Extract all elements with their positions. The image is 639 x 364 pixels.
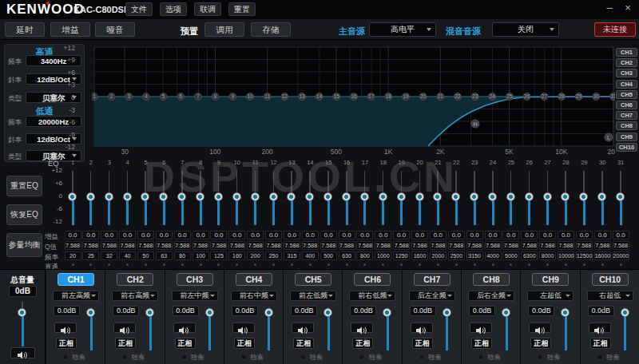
eq-point-handle[interactable]: 15 bbox=[333, 93, 340, 100]
phase-button[interactable]: 正相 bbox=[175, 338, 196, 349]
slider-knob[interactable] bbox=[287, 192, 296, 201]
eq-freq-value[interactable]: 10000 bbox=[558, 251, 574, 260]
eq-point-handle[interactable]: 14 bbox=[316, 93, 323, 100]
menu-item[interactable]: 选项 bbox=[160, 2, 187, 16]
eq-point-handle[interactable]: 4 bbox=[142, 93, 149, 100]
solo-indicator[interactable] bbox=[597, 354, 603, 360]
eq-bypass-checkbox[interactable] bbox=[272, 263, 275, 266]
eq-point-handle[interactable]: 7 bbox=[194, 93, 201, 100]
graph-channel-button[interactable]: CH5 bbox=[616, 90, 637, 99]
eq-point-handle[interactable]: 9 bbox=[229, 93, 236, 100]
eq-bypass-checkbox[interactable] bbox=[126, 263, 129, 266]
eq-band-slider[interactable] bbox=[286, 168, 297, 228]
slider-knob[interactable] bbox=[323, 192, 332, 201]
eq-gain-value[interactable]: 0.0 bbox=[192, 231, 209, 239]
eq-freq-value[interactable]: 20000 bbox=[613, 251, 629, 260]
channel-mute-button[interactable] bbox=[113, 322, 136, 333]
solo-indicator[interactable] bbox=[62, 354, 69, 360]
toolbar-button[interactable]: 延时 bbox=[5, 22, 45, 37]
phase-button[interactable]: 正相 bbox=[115, 338, 136, 349]
eq-q-value[interactable]: 7.588 bbox=[265, 241, 282, 250]
eq-band-slider[interactable] bbox=[378, 168, 389, 228]
slider-knob[interactable] bbox=[232, 192, 241, 201]
eq-point-handle[interactable]: 22 bbox=[454, 93, 461, 100]
graph-channel-button[interactable]: CH1 bbox=[616, 48, 637, 57]
eq-bypass-checkbox[interactable] bbox=[419, 263, 421, 266]
channel-assign-select[interactable]: 前右高频 bbox=[112, 291, 158, 301]
channel-button[interactable]: CH8 bbox=[473, 273, 510, 286]
eq-gain-value[interactable]: 0.0 bbox=[137, 231, 154, 239]
eq-point-handle[interactable]: 11 bbox=[264, 93, 271, 100]
eq-q-value[interactable]: 7.588 bbox=[558, 241, 574, 250]
eq-q-value[interactable]: 7.588 bbox=[485, 241, 502, 250]
phase-button[interactable]: 正相 bbox=[56, 338, 77, 349]
eq-band-slider[interactable] bbox=[560, 168, 571, 228]
eq-gain-value[interactable]: 0.0 bbox=[339, 231, 355, 239]
eq-gain-value[interactable]: 0.0 bbox=[174, 231, 191, 239]
slider-knob[interactable] bbox=[379, 192, 387, 201]
eq-gain-value[interactable]: 0.0 bbox=[356, 231, 373, 239]
slider-knob[interactable] bbox=[342, 192, 351, 201]
slider-knob[interactable] bbox=[451, 192, 460, 201]
slider-knob[interactable] bbox=[205, 308, 214, 317]
eq-q-value[interactable]: 7.588 bbox=[192, 241, 209, 250]
slider-knob[interactable] bbox=[597, 192, 606, 201]
toolbar-button[interactable]: 增益 bbox=[50, 22, 90, 37]
channel-button[interactable]: CH9 bbox=[532, 273, 569, 286]
channel-button[interactable]: CH1 bbox=[58, 273, 94, 286]
eq-band-slider[interactable] bbox=[415, 168, 426, 228]
eq-bypass-checkbox[interactable] bbox=[346, 263, 348, 266]
eq-point-handle[interactable]: 5 bbox=[160, 93, 167, 100]
eq-freq-value[interactable]: 125 bbox=[210, 251, 227, 260]
solo-indicator[interactable] bbox=[478, 354, 484, 360]
eq-gain-value[interactable]: 0.0 bbox=[558, 231, 574, 239]
channel-gain-value[interactable]: 0.0dB bbox=[350, 306, 376, 316]
channel-assign-select[interactable]: 前左低频 bbox=[290, 291, 336, 301]
channel-mute-button[interactable] bbox=[589, 322, 611, 333]
slider-knob[interactable] bbox=[561, 308, 570, 317]
slider-knob[interactable] bbox=[123, 192, 132, 201]
solo-indicator[interactable] bbox=[537, 354, 543, 360]
eq-point-handle[interactable]: 3 bbox=[125, 93, 133, 100]
eq-band-slider[interactable] bbox=[597, 168, 608, 228]
eq-gain-value[interactable]: 0.0 bbox=[466, 231, 483, 239]
eq-side-button[interactable]: 重置EQ bbox=[6, 176, 42, 196]
eq-q-value[interactable]: 7.588 bbox=[521, 241, 538, 250]
graph-channel-button[interactable]: CH8 bbox=[616, 121, 637, 130]
eq-bypass-checkbox[interactable] bbox=[474, 263, 476, 266]
eq-bypass-checkbox[interactable] bbox=[510, 263, 512, 266]
mix-source-select[interactable]: 关闭 bbox=[492, 22, 559, 37]
eq-q-value[interactable]: 7.588 bbox=[156, 241, 173, 250]
channel-button[interactable]: CH4 bbox=[236, 273, 272, 286]
eq-bypass-checkbox[interactable] bbox=[72, 263, 74, 266]
eq-q-value[interactable]: 7.588 bbox=[137, 241, 154, 250]
eq-band-slider[interactable] bbox=[232, 168, 243, 228]
slider-knob[interactable] bbox=[86, 192, 95, 201]
eq-q-value[interactable]: 7.588 bbox=[174, 241, 191, 250]
graph-channel-button[interactable]: CH9 bbox=[616, 133, 637, 141]
eq-point-handle[interactable]: 17 bbox=[367, 93, 375, 100]
channel-mute-button[interactable] bbox=[470, 322, 492, 333]
eq-bypass-checkbox[interactable] bbox=[437, 263, 439, 266]
solo-indicator[interactable] bbox=[181, 354, 188, 360]
eq-gain-value[interactable]: 0.0 bbox=[284, 231, 300, 239]
channel-mute-button[interactable] bbox=[292, 322, 314, 333]
slider-knob[interactable] bbox=[86, 308, 95, 317]
eq-band-slider[interactable] bbox=[524, 168, 535, 228]
toolbar-button[interactable]: 哑音 bbox=[95, 22, 135, 37]
channel-gain-slider[interactable] bbox=[145, 306, 156, 352]
eq-q-value[interactable]: 7.588 bbox=[101, 241, 117, 250]
solo-indicator[interactable] bbox=[300, 354, 306, 360]
eq-band-slider[interactable] bbox=[359, 168, 371, 228]
eq-band-slider[interactable] bbox=[578, 168, 589, 228]
eq-point-handle[interactable]: 21 bbox=[437, 93, 444, 100]
eq-freq-value[interactable]: 40 bbox=[119, 251, 136, 260]
channel-gain-value[interactable]: 0.0dB bbox=[469, 306, 495, 316]
channel-gain-slider[interactable] bbox=[382, 306, 393, 352]
master-volume-value[interactable]: 0dB bbox=[9, 286, 37, 297]
lowpass-handle[interactable]: L bbox=[605, 133, 613, 141]
eq-band-slider[interactable] bbox=[615, 168, 626, 228]
eq-q-value[interactable]: 7.588 bbox=[466, 241, 483, 250]
eq-q-value[interactable]: 7.588 bbox=[82, 241, 99, 250]
eq-freq-value[interactable]: 20 bbox=[65, 251, 81, 260]
